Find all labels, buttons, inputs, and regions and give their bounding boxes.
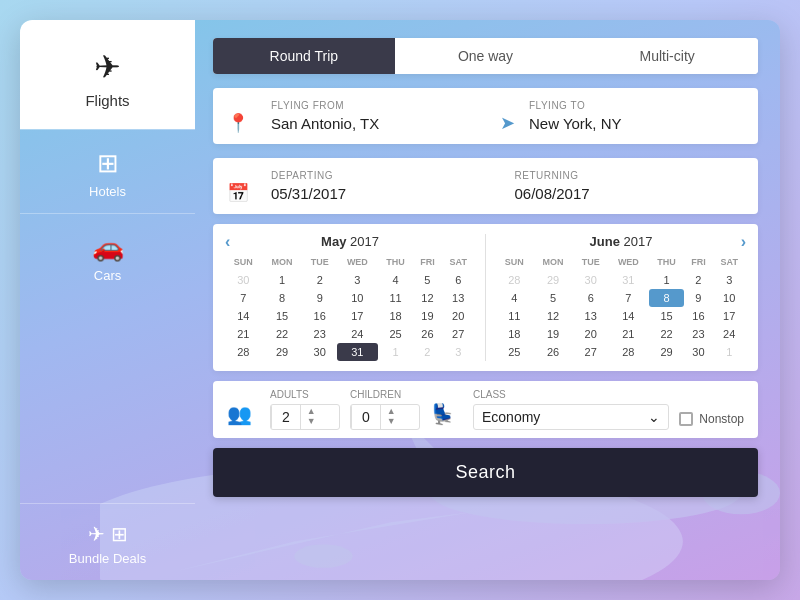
calendar-day[interactable]: 3 [441, 343, 475, 361]
calendar-day[interactable]: 17 [712, 307, 746, 325]
flying-from-value[interactable]: San Antonio, TX [271, 115, 486, 132]
search-button[interactable]: Search [213, 448, 758, 497]
calendar-day[interactable]: 26 [413, 325, 441, 343]
calendar-day[interactable]: 28 [496, 271, 533, 289]
calendar-day[interactable]: 30 [302, 343, 337, 361]
flying-to-value[interactable]: New York, NY [529, 115, 744, 132]
calendar-day[interactable]: 2 [413, 343, 441, 361]
calendar-day[interactable]: 24 [712, 325, 746, 343]
prev-month-button[interactable]: ‹ [225, 233, 230, 251]
calendar-day[interactable]: 7 [225, 289, 262, 307]
calendar-day[interactable]: 19 [533, 325, 574, 343]
calendar-day[interactable]: 21 [608, 325, 649, 343]
calendar-day[interactable]: 5 [533, 289, 574, 307]
calendar-day[interactable]: 2 [684, 271, 712, 289]
calendar-day[interactable]: 4 [496, 289, 533, 307]
trip-type-tabs: Round Trip One way Multi-city [213, 38, 758, 74]
calendar-day[interactable]: 19 [413, 307, 441, 325]
tab-one-way[interactable]: One way [395, 38, 577, 74]
calendar-day[interactable]: 2 [302, 271, 337, 289]
calendar-day[interactable]: 29 [262, 343, 303, 361]
calendar-day[interactable]: 31 [337, 343, 378, 361]
calendar-day[interactable]: 16 [302, 307, 337, 325]
calendar-day[interactable]: 12 [413, 289, 441, 307]
calendar-day[interactable]: 29 [649, 343, 685, 361]
returning-value[interactable]: 06/08/2017 [515, 185, 745, 202]
calendar-day[interactable]: 15 [649, 307, 685, 325]
flights-icon: ✈ [94, 48, 121, 86]
calendar-day[interactable]: 7 [608, 289, 649, 307]
departing-value[interactable]: 05/31/2017 [271, 185, 501, 202]
calendar-day[interactable]: 13 [441, 289, 475, 307]
calendar-day[interactable]: 1 [649, 271, 685, 289]
calendar-day[interactable]: 17 [337, 307, 378, 325]
calendar-day[interactable]: 20 [573, 325, 608, 343]
calendar-day[interactable]: 11 [378, 289, 414, 307]
calendar-day[interactable]: 1 [712, 343, 746, 361]
calendar-day[interactable]: 9 [302, 289, 337, 307]
calendar-day[interactable]: 8 [262, 289, 303, 307]
calendar-day[interactable]: 8 [649, 289, 685, 307]
calendar-day[interactable]: 21 [225, 325, 262, 343]
calendar-day[interactable]: 26 [533, 343, 574, 361]
children-value: 0 [351, 405, 381, 429]
calendar-day[interactable]: 11 [496, 307, 533, 325]
calendar-day[interactable]: 16 [684, 307, 712, 325]
nonstop-checkbox[interactable] [679, 412, 693, 426]
class-select[interactable]: Economy ⌄ [473, 404, 669, 430]
calendar-day[interactable]: 6 [573, 289, 608, 307]
calendar-day[interactable]: 25 [378, 325, 414, 343]
calendar-day[interactable]: 24 [337, 325, 378, 343]
calendar-day[interactable]: 12 [533, 307, 574, 325]
calendar-day[interactable]: 13 [573, 307, 608, 325]
flight-route-fields: 📍 Flying from San Antonio, TX ➤ Flying t… [213, 88, 758, 144]
calendar-day[interactable]: 15 [262, 307, 303, 325]
calendar-day[interactable]: 31 [608, 271, 649, 289]
calendar-day[interactable]: 10 [712, 289, 746, 307]
sidebar-item-flights[interactable]: ✈ Flights [20, 20, 195, 129]
calendar-day[interactable]: 30 [573, 271, 608, 289]
next-month-button[interactable]: › [741, 233, 746, 251]
calendar-day[interactable]: 1 [378, 343, 414, 361]
calendar-day[interactable]: 20 [441, 307, 475, 325]
sidebar-item-bundle[interactable]: ✈ ⊞ Bundle Deals [20, 503, 195, 580]
calendar-day[interactable]: 25 [496, 343, 533, 361]
calendar-day[interactable]: 1 [262, 271, 303, 289]
calendar-day[interactable]: 18 [496, 325, 533, 343]
calendar-day[interactable]: 9 [684, 289, 712, 307]
location-icon: 📍 [227, 98, 249, 134]
sidebar-item-cars[interactable]: 🚗 Cars [20, 213, 195, 297]
calendar-day[interactable]: 4 [378, 271, 414, 289]
calendar-day[interactable]: 10 [337, 289, 378, 307]
tab-round-trip[interactable]: Round Trip [213, 38, 395, 74]
flying-from-group: Flying from San Antonio, TX [271, 100, 486, 132]
calendar-day[interactable]: 29 [533, 271, 574, 289]
calendar-divider [485, 234, 486, 361]
sidebar-item-hotels[interactable]: ⊞ Hotels [20, 129, 195, 213]
calendar-day[interactable]: 18 [378, 307, 414, 325]
calendar-day[interactable]: 28 [608, 343, 649, 361]
calendar-day[interactable]: 14 [608, 307, 649, 325]
calendar-day[interactable]: 23 [684, 325, 712, 343]
calendar-day[interactable]: 6 [441, 271, 475, 289]
children-label: Children [350, 389, 420, 400]
adults-group: Adults 2 ▲▼ [270, 389, 340, 430]
calendar-day[interactable]: 27 [441, 325, 475, 343]
calendar-day[interactable]: 3 [337, 271, 378, 289]
children-stepper[interactable]: 0 ▲▼ [350, 404, 420, 430]
calendar-day[interactable]: 23 [302, 325, 337, 343]
calendar-day[interactable]: 28 [225, 343, 262, 361]
calendar-day[interactable]: 14 [225, 307, 262, 325]
calendar-day[interactable]: 30 [684, 343, 712, 361]
adults-updown[interactable]: ▲▼ [301, 405, 322, 429]
children-updown[interactable]: ▲▼ [381, 405, 402, 429]
calendar-day[interactable]: 5 [413, 271, 441, 289]
calendar-day[interactable]: 27 [573, 343, 608, 361]
calendar-day[interactable]: 22 [262, 325, 303, 343]
flights-label: Flights [85, 92, 129, 109]
calendar-day[interactable]: 3 [712, 271, 746, 289]
tab-multi-city[interactable]: Multi-city [576, 38, 758, 74]
calendar-day[interactable]: 22 [649, 325, 685, 343]
calendar-day[interactable]: 30 [225, 271, 262, 289]
adults-stepper[interactable]: 2 ▲▼ [270, 404, 340, 430]
